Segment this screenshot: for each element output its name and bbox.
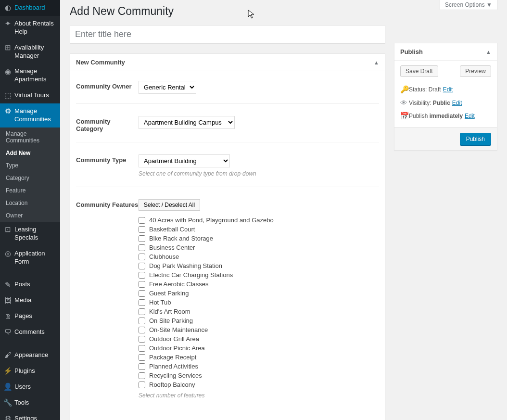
comment-icon: 🗨 bbox=[4, 328, 12, 336]
preview-button[interactable]: Preview bbox=[460, 65, 491, 77]
submenu-feature[interactable]: Feature bbox=[0, 184, 60, 197]
page-title: Add New Community bbox=[70, 5, 497, 18]
sidebar-item-availability[interactable]: ⊞ Availability Manager bbox=[0, 40, 60, 64]
feature-checkbox[interactable] bbox=[139, 263, 145, 269]
owner-select[interactable]: Generic Rentals, Inc. bbox=[139, 81, 196, 94]
info-icon: ✦ bbox=[4, 20, 12, 27]
sidebar-item-posts[interactable]: ✎ Posts bbox=[0, 277, 60, 293]
feature-label[interactable]: Business Center bbox=[149, 244, 195, 251]
title-input[interactable] bbox=[70, 25, 385, 44]
sidebar-item-users[interactable]: 👤 Users bbox=[0, 379, 60, 395]
feature-label[interactable]: Bike Rack and Storage bbox=[149, 235, 213, 242]
sidebar-item-leasing[interactable]: ⊡ Leasing Specials bbox=[0, 222, 60, 246]
submenu-add-new[interactable]: Add New bbox=[0, 147, 60, 159]
select-all-button[interactable]: Select / Deselect All bbox=[139, 199, 200, 211]
feature-checkbox[interactable] bbox=[139, 290, 145, 297]
feature-label[interactable]: Hot Tub bbox=[149, 299, 171, 306]
edit-schedule-link[interactable]: Edit bbox=[465, 113, 475, 119]
community-metabox: New Community ▲ Community Owner Generic … bbox=[70, 53, 385, 420]
publish-title: Publish bbox=[400, 48, 423, 55]
visibility-row: 👁 Visibility: Public Edit bbox=[400, 96, 491, 109]
feature-checkbox[interactable] bbox=[139, 244, 145, 251]
feature-label[interactable]: Kid's Art Room bbox=[149, 308, 190, 315]
edit-visibility-link[interactable]: Edit bbox=[452, 100, 462, 106]
submenu-type[interactable]: Type bbox=[0, 159, 60, 172]
feature-checkbox[interactable] bbox=[139, 217, 145, 224]
feature-checkbox[interactable] bbox=[139, 372, 145, 379]
feature-label[interactable]: Outdoor Grill Area bbox=[149, 335, 199, 343]
feature-item: Recycling Services bbox=[139, 371, 379, 380]
visibility-value: Public bbox=[433, 100, 450, 106]
sidebar-item-tours[interactable]: ⬚ Virtual Tours bbox=[0, 88, 60, 103]
sidebar-item-tools[interactable]: 🔧 Tools bbox=[0, 395, 60, 411]
feature-label[interactable]: Guest Parking bbox=[149, 290, 189, 297]
feature-checkbox[interactable] bbox=[139, 308, 145, 315]
feature-label[interactable]: Basketball Court bbox=[149, 226, 195, 233]
feature-checkbox[interactable] bbox=[139, 226, 145, 233]
feature-label[interactable]: Electric Car Charging Stations bbox=[149, 271, 233, 279]
feature-label[interactable]: Planned Activities bbox=[149, 363, 198, 370]
sidebar-item-dashboard[interactable]: ◐ Dashboard bbox=[0, 0, 60, 16]
feature-checkbox[interactable] bbox=[139, 327, 145, 333]
feature-checkbox[interactable] bbox=[139, 382, 145, 388]
feature-label[interactable]: Package Receipt bbox=[149, 354, 196, 361]
form-icon: ◎ bbox=[4, 250, 12, 257]
feature-label[interactable]: Rooftop Balcony bbox=[149, 381, 195, 388]
chevron-up-icon: ▲ bbox=[374, 60, 379, 65]
sidebar-item-pages[interactable]: 🗎 Pages bbox=[0, 308, 60, 324]
feature-item: 40 Acres with Pond, Playground and Gazeb… bbox=[139, 216, 379, 225]
metabox-header[interactable]: New Community ▲ bbox=[70, 54, 385, 71]
feature-label[interactable]: On Site Parking bbox=[149, 317, 193, 324]
submenu-owner[interactable]: Owner bbox=[0, 209, 60, 222]
submenu-location[interactable]: Location bbox=[0, 197, 60, 209]
feature-label[interactable]: Free Aerobic Classes bbox=[149, 280, 209, 288]
feature-checkbox[interactable] bbox=[139, 336, 145, 343]
save-draft-button[interactable]: Save Draft bbox=[400, 65, 438, 77]
feature-label[interactable]: 40 Acres with Pond, Playground and Gazeb… bbox=[149, 216, 274, 224]
feature-label[interactable]: On-Site Maintenance bbox=[149, 326, 208, 333]
feature-checkbox[interactable] bbox=[139, 235, 145, 242]
sidebar-item-appearance[interactable]: 🖌 Appearance bbox=[0, 347, 60, 363]
feature-label[interactable]: Outdoor Picnic Area bbox=[149, 344, 205, 352]
feature-item: Rooftop Balcony bbox=[139, 380, 379, 389]
sidebar-item-media[interactable]: 🖾 Media bbox=[0, 293, 60, 308]
sidebar-item-label: Pages bbox=[14, 312, 56, 320]
sidebar-item-label: Users bbox=[14, 383, 56, 391]
feature-checkbox[interactable] bbox=[139, 272, 145, 279]
feature-checkbox[interactable] bbox=[139, 345, 145, 352]
media-icon: 🖾 bbox=[4, 296, 12, 304]
submenu-manage[interactable]: Manage Communities bbox=[0, 127, 60, 147]
sidebar-item-apartments[interactable]: ◉ Manage Apartments bbox=[0, 64, 60, 88]
feature-checkbox[interactable] bbox=[139, 318, 145, 324]
screen-options-button[interactable]: Screen Options ▼ bbox=[440, 0, 497, 10]
feature-checkbox[interactable] bbox=[139, 363, 145, 370]
type-hint: Select one of community type from drop-d… bbox=[139, 170, 379, 177]
plugin-icon: ⚡ bbox=[4, 367, 12, 375]
sidebar-item-plugins[interactable]: ⚡ Plugins bbox=[0, 363, 60, 379]
schedule-row: 📅 Publish immediately Edit bbox=[400, 109, 491, 123]
category-select[interactable]: Apartment Building Campus bbox=[139, 116, 235, 129]
submenu-category[interactable]: Category bbox=[0, 172, 60, 184]
sidebar-item-settings[interactable]: ⚙ Settings bbox=[0, 411, 60, 420]
edit-status-link[interactable]: Edit bbox=[443, 86, 453, 93]
row-owner: Community Owner Generic Rentals, Inc. bbox=[76, 76, 379, 104]
feature-checkbox[interactable] bbox=[139, 281, 145, 288]
feature-checkbox[interactable] bbox=[139, 299, 145, 306]
sidebar-item-application[interactable]: ◎ Application Form bbox=[0, 246, 60, 270]
sidebar-item-about[interactable]: ✦ About Rentals Help bbox=[0, 16, 60, 40]
publish-button[interactable]: Publish bbox=[460, 133, 491, 145]
publish-header[interactable]: Publish ▲ bbox=[394, 43, 497, 61]
feature-label[interactable]: Recycling Services bbox=[149, 372, 202, 379]
feature-checkbox[interactable] bbox=[139, 254, 145, 260]
feature-label[interactable]: Clubhouse bbox=[149, 253, 179, 260]
feature-item: Outdoor Grill Area bbox=[139, 334, 379, 344]
sidebar-item-label: Virtual Tours bbox=[14, 91, 56, 100]
sidebar-item-communities[interactable]: ⚙ Manage Communities bbox=[0, 103, 60, 127]
sidebar-item-comments[interactable]: 🗨 Comments bbox=[0, 324, 60, 340]
feature-label[interactable]: Dog Park Washing Station bbox=[149, 262, 222, 269]
feature-checkbox[interactable] bbox=[139, 354, 145, 361]
features-list: 40 Acres with Pond, Playground and Gazeb… bbox=[139, 216, 379, 389]
row-category: Community Category Apartment Building Ca… bbox=[76, 111, 379, 142]
owner-label: Community Owner bbox=[76, 81, 139, 90]
type-select[interactable]: Apartment Building bbox=[139, 154, 230, 167]
